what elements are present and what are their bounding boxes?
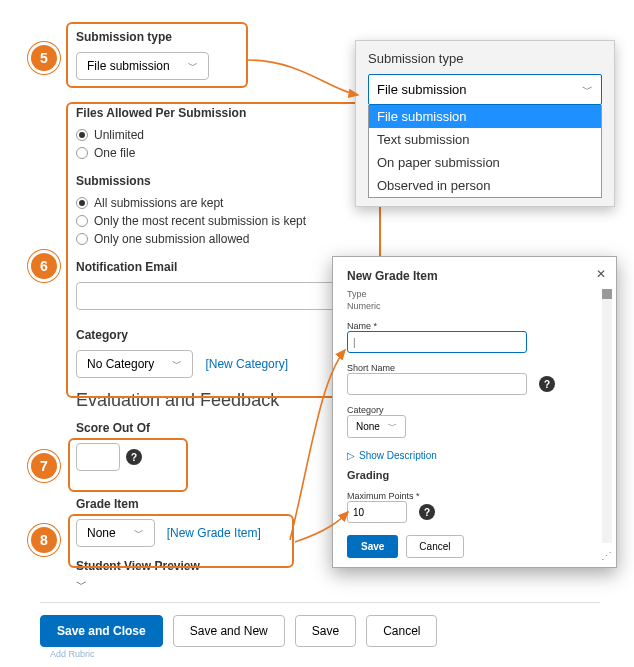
chevron-down-icon[interactable]: ﹀ (76, 577, 376, 592)
score-label: Score Out Of (76, 421, 376, 435)
submissions-group: All submissions are kept Only the most r… (76, 196, 376, 246)
name-label: Name * (347, 321, 606, 331)
files-allowed-group: Unlimited One file (76, 128, 376, 160)
files-allowed-option[interactable]: One file (76, 146, 376, 160)
scroll-thumb[interactable] (602, 289, 612, 299)
notification-label: Notification Email (76, 260, 376, 274)
max-points-label: Maximum Points * (347, 491, 606, 501)
footer-actions: Save and Close Save and New Save Cancel (40, 602, 600, 647)
submission-type-popout: Submission type File submission ﹀ File s… (355, 40, 615, 207)
popout-option[interactable]: On paper submission (369, 151, 601, 174)
chevron-right-icon: ▷ (347, 450, 355, 461)
cancel-button[interactable]: Cancel (366, 615, 437, 647)
radio-icon (76, 215, 88, 227)
files-allowed-option[interactable]: Unlimited (76, 128, 376, 142)
type-label: Type (347, 289, 606, 299)
add-rubric-link[interactable]: Add Rubric (50, 649, 95, 659)
short-name-label: Short Name (347, 363, 606, 373)
save-and-close-button[interactable]: Save and Close (40, 615, 163, 647)
short-name-input[interactable] (347, 373, 527, 395)
type-value: Numeric (347, 301, 606, 311)
help-icon[interactable]: ? (539, 376, 555, 392)
radio-icon (76, 129, 88, 141)
grading-heading: Grading (347, 469, 606, 481)
scrollbar[interactable] (602, 289, 612, 543)
submissions-option[interactable]: Only one submission allowed (76, 232, 376, 246)
files-allowed-label: Files Allowed Per Submission (76, 106, 376, 120)
submissions-option[interactable]: Only the most recent submission is kept (76, 214, 376, 228)
popout-select[interactable]: File submission ﹀ (368, 74, 602, 105)
step-badge-6: 6 (28, 250, 60, 282)
form-main: Submission type File submission ﹀ Files … (76, 30, 376, 592)
grade-item-label: Grade Item (76, 497, 376, 511)
evaluation-heading: Evaluation and Feedback (76, 390, 376, 411)
max-points-input[interactable] (347, 501, 407, 523)
step-badge-5: 5 (28, 42, 60, 74)
chevron-down-icon: ﹀ (388, 420, 397, 433)
step-badge-7: 7 (28, 450, 60, 482)
show-description-toggle[interactable]: ▷ Show Description (347, 450, 606, 461)
notification-email-input[interactable] (76, 282, 366, 310)
resize-handle[interactable]: ⋰ (601, 550, 612, 563)
category-label: Category (76, 328, 376, 342)
save-button[interactable]: Save (295, 615, 356, 647)
dialog-title: New Grade Item (347, 269, 606, 283)
save-and-new-button[interactable]: Save and New (173, 615, 285, 647)
popout-option[interactable]: File submission (369, 105, 601, 128)
new-category-link[interactable]: [New Category] (205, 357, 288, 371)
popout-options: File submission Text submission On paper… (368, 105, 602, 198)
category-value: No Category (87, 357, 154, 371)
highlight-box-8 (68, 514, 294, 568)
popout-label: Submission type (368, 51, 602, 66)
chevron-down-icon: ﹀ (172, 357, 182, 371)
popout-option[interactable]: Text submission (369, 128, 601, 151)
radio-icon (76, 197, 88, 209)
dialog-save-button[interactable]: Save (347, 535, 398, 558)
dialog-category-dropdown[interactable]: None ﹀ (347, 415, 406, 438)
chevron-down-icon: ﹀ (582, 82, 593, 97)
submissions-option[interactable]: All submissions are kept (76, 196, 376, 210)
dialog-category-label: Category (347, 405, 606, 415)
submissions-label: Submissions (76, 174, 376, 188)
new-grade-item-dialog: New Grade Item ✕ Type Numeric Name * Sho… (332, 256, 617, 568)
popout-option[interactable]: Observed in person (369, 174, 601, 197)
help-icon[interactable]: ? (419, 504, 435, 520)
close-icon[interactable]: ✕ (596, 267, 606, 281)
highlight-box-7 (68, 438, 188, 492)
radio-icon (76, 233, 88, 245)
category-dropdown[interactable]: No Category ﹀ (76, 350, 193, 378)
name-input[interactable] (347, 331, 527, 353)
highlight-box-5 (66, 22, 248, 88)
dialog-cancel-button[interactable]: Cancel (406, 535, 463, 558)
step-badge-8: 8 (28, 524, 60, 556)
radio-icon (76, 147, 88, 159)
